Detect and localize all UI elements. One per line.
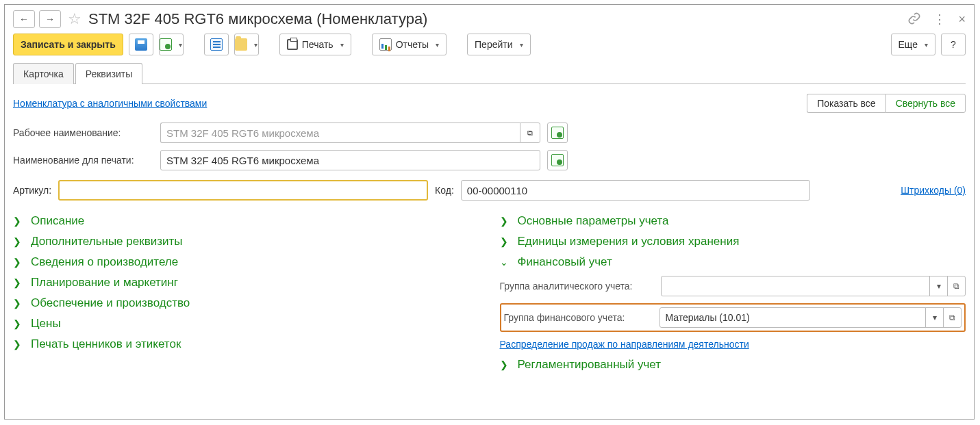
folder-button[interactable]: ▾ (234, 34, 259, 55)
section-description[interactable]: ❯Описание (13, 214, 479, 228)
folder-icon (235, 38, 247, 51)
chevron-right-icon: ❯ (13, 216, 24, 227)
menu-dots-icon[interactable]: ⋮ (933, 12, 946, 27)
section-planning[interactable]: ❯Планирование и маркетинг (13, 276, 479, 289)
section-supply[interactable]: ❯Обеспечение и производство (13, 296, 479, 310)
chevron-right-icon: ❯ (13, 257, 24, 268)
finance-group-value: Материалы (10.01) (660, 308, 926, 327)
close-icon[interactable]: × (958, 12, 966, 27)
save-icon (135, 38, 147, 51)
chevron-right-icon: ❯ (13, 277, 24, 288)
chart-icon (379, 38, 392, 51)
dropdown-arrow-icon[interactable]: ▾ (929, 276, 947, 296)
article-code-row: Артикул: Код: 00-00000110 Штрихкоды (0) (13, 180, 966, 201)
show-all-button[interactable]: Показать все (807, 94, 885, 113)
section-extra[interactable]: ❯Дополнительные реквизиты (13, 235, 479, 248)
open-dialog-icon[interactable]: ⧉ (947, 276, 965, 296)
section-finance[interactable]: ⌄Финансовый учет (500, 255, 966, 269)
tab-card[interactable]: Карточка (13, 63, 74, 84)
copy-button[interactable]: ▾ (159, 34, 184, 55)
section-prices[interactable]: ❯Цены (13, 317, 479, 331)
article-input[interactable] (58, 180, 428, 201)
chevron-right-icon: ❯ (500, 216, 511, 227)
left-column: ❯Описание ❯Дополнительные реквизиты ❯Све… (13, 209, 479, 378)
goto-button[interactable]: Перейти▾ (467, 34, 530, 55)
work-name-expand-button[interactable]: ⧉ (520, 123, 540, 143)
work-name-input[interactable]: STM 32F 405 RGT6 микросхема (160, 123, 520, 143)
finance-group-row: Группа финансового учета: Материалы (10.… (500, 303, 966, 332)
reports-button[interactable]: Отчеты▾ (372, 34, 447, 55)
list-button[interactable] (204, 34, 229, 55)
page-title: STM 32F 405 RGT6 микросхема (Номенклатур… (88, 10, 903, 28)
work-name-label: Рабочее наименование: (13, 127, 153, 138)
refresh-icon-2 (551, 154, 564, 166)
tab-details[interactable]: Реквизиты (75, 63, 143, 84)
forward-button[interactable]: → (39, 10, 61, 28)
help-button[interactable]: ? (941, 34, 966, 55)
right-column: ❯Основные параметры учета ❯Единицы измер… (500, 209, 966, 378)
favorite-star-icon[interactable]: ☆ (68, 10, 81, 28)
finance-group-combo[interactable]: Материалы (10.01) ▾ ⧉ (659, 307, 962, 328)
top-line: Номенклатура с аналогичными свойствами П… (13, 94, 966, 113)
barcodes-link[interactable]: Штрихкоды (0) (901, 185, 966, 196)
print-icon (287, 39, 298, 50)
print-button[interactable]: Печать▾ (279, 34, 351, 55)
section-regulated[interactable]: ❯Регламентированный учет (500, 358, 966, 372)
similar-items-link[interactable]: Номенклатура с аналогичными свойствами (13, 98, 207, 109)
print-name-label: Наименование для печати: (13, 155, 153, 166)
more-button[interactable]: Еще▾ (891, 34, 936, 55)
collapse-all-button[interactable]: Свернуть все (885, 94, 966, 113)
analytic-group-value (662, 276, 930, 296)
save-button[interactable] (129, 34, 153, 55)
chevron-down-icon: ⌄ (500, 257, 511, 268)
chevron-right-icon: ❯ (500, 359, 511, 370)
open-dialog-icon[interactable]: ⧉ (943, 308, 961, 327)
chevron-right-icon: ❯ (500, 236, 511, 247)
tab-bar: Карточка Реквизиты (13, 62, 966, 84)
work-name-refresh-button[interactable] (547, 123, 568, 143)
finance-group-label: Группа финансового учета: (504, 312, 653, 323)
code-label: Код: (435, 185, 454, 196)
section-labels[interactable]: ❯Печать ценников и этикеток (13, 337, 479, 351)
chevron-right-icon: ❯ (13, 236, 24, 247)
chevron-right-icon: ❯ (13, 298, 24, 309)
analytic-group-combo[interactable]: ▾ ⧉ (661, 276, 966, 296)
analytic-group-row: Группа аналитического учета: ▾ ⧉ (500, 276, 966, 296)
save-and-close-button[interactable]: Записать и закрыть (13, 34, 123, 55)
print-name-row: Наименование для печати: STM 32F 405 RGT… (13, 150, 966, 170)
chevron-right-icon: ❯ (13, 339, 24, 350)
distribution-link[interactable]: Распределение продаж по направлениям дея… (500, 339, 749, 350)
print-name-input[interactable]: STM 32F 405 RGT6 микросхема (160, 150, 540, 170)
chevron-right-icon: ❯ (13, 318, 24, 329)
refresh-icon (551, 127, 564, 139)
list-icon (210, 38, 223, 51)
section-manufacturer[interactable]: ❯Сведения о производителе (13, 255, 479, 269)
back-button[interactable]: ← (13, 10, 35, 28)
section-params[interactable]: ❯Основные параметры учета (500, 214, 966, 228)
link-icon[interactable] (907, 12, 921, 27)
toolbar: Записать и закрыть ▾ ▾ Печать▾ Отчеты▾ П… (13, 34, 966, 55)
sections-columns: ❯Описание ❯Дополнительные реквизиты ❯Све… (13, 209, 966, 378)
print-name-refresh-button[interactable] (547, 150, 568, 170)
dropdown-arrow-icon[interactable]: ▾ (925, 308, 943, 327)
window-frame: ← → ☆ STM 32F 405 RGT6 микросхема (Номен… (4, 4, 975, 420)
work-name-row: Рабочее наименование: STM 32F 405 RGT6 м… (13, 123, 966, 143)
analytic-group-label: Группа аналитического учета: (500, 281, 654, 292)
title-bar: ← → ☆ STM 32F 405 RGT6 микросхема (Номен… (13, 10, 966, 28)
section-units[interactable]: ❯Единицы измерения и условия хранения (500, 235, 966, 248)
code-input[interactable]: 00-00000110 (461, 180, 810, 201)
copy-icon (160, 38, 172, 51)
article-label: Артикул: (13, 185, 51, 196)
